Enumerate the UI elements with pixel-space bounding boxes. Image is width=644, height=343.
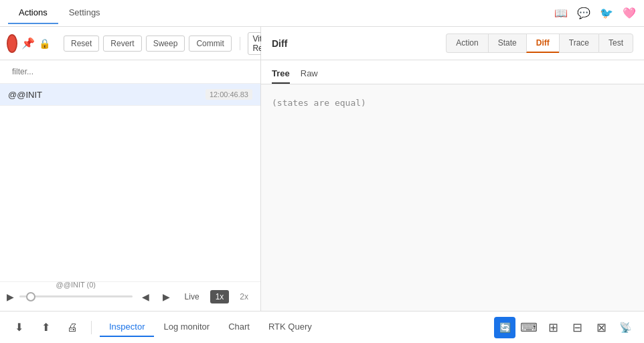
tab-settings[interactable]: Settings xyxy=(58,2,111,24)
bottom-tabs: Inspector Log monitor Chart RTK Query xyxy=(100,318,321,337)
grid-lg-icon[interactable]: ⊠ xyxy=(590,317,612,338)
heart-icon[interactable]: 🩷 xyxy=(623,7,636,19)
sweep-button[interactable]: Sweep xyxy=(146,36,185,52)
pin-button[interactable]: 📌 xyxy=(21,34,35,53)
commit-button[interactable]: Commit xyxy=(189,36,231,52)
tab-log-monitor[interactable]: Log monitor xyxy=(154,318,219,337)
grid-md-icon[interactable]: ⊟ xyxy=(566,317,588,338)
action-name: @@INIT xyxy=(8,90,42,100)
tab-state[interactable]: State xyxy=(488,33,526,53)
grid-sm-icon[interactable]: ⊞ xyxy=(542,317,564,338)
sub-tab-raw[interactable]: Raw xyxy=(301,66,318,84)
bottom-action-icons: 🔄 ⌨ ⊞ ⊟ ⊠ 📡 xyxy=(494,317,636,338)
top-nav: Actions Settings 📖 💬 🐦 🩷 xyxy=(0,0,644,27)
tab-diff[interactable]: Diff xyxy=(526,33,559,53)
speed-1x-button[interactable]: 1x xyxy=(210,290,230,303)
next-button[interactable]: ▶ xyxy=(159,290,174,303)
right-panel: Diff Action State Diff Trace Test Tree R… xyxy=(261,27,644,311)
bottom-separator xyxy=(91,321,92,334)
print-button[interactable]: 🖨 xyxy=(62,317,83,338)
action-item[interactable]: @@INIT 12:00:46.83 xyxy=(0,84,260,106)
reset-button[interactable]: Reset xyxy=(64,36,99,52)
terminal-icon[interactable]: ⌨ xyxy=(518,317,540,338)
tab-rtk-query[interactable]: RTK Query xyxy=(259,318,321,337)
top-nav-icons: 📖 💬 🐦 🩷 xyxy=(554,7,636,19)
refresh-icon[interactable]: 🔄 xyxy=(494,317,515,338)
record-button[interactable] xyxy=(7,34,17,53)
action-time: 12:00:46.83 xyxy=(206,89,252,100)
live-button[interactable]: Live xyxy=(179,290,205,303)
panel-title: Diff xyxy=(272,38,287,49)
selector-separator xyxy=(240,37,240,50)
record-icon xyxy=(8,40,16,48)
actions-list: @@INIT 12:00:46.83 xyxy=(0,84,260,281)
tab-actions[interactable]: Actions xyxy=(8,2,58,24)
playback-bar: ▶ @@INIT (0) ◀ ▶ Live 1x 2x xyxy=(0,281,260,311)
right-header: Diff Action State Diff Trace Test xyxy=(261,27,644,60)
book-icon[interactable]: 📖 xyxy=(554,7,568,19)
sub-tab-tree[interactable]: Tree xyxy=(272,66,290,84)
main-area: 📌 🔒 Reset Revert Sweep Commit Vite + Rea… xyxy=(0,27,644,311)
filter-input[interactable] xyxy=(7,64,254,79)
playback-label: @@INIT (0) xyxy=(56,281,96,289)
chat-icon[interactable]: 💬 xyxy=(577,7,590,19)
filter-bar xyxy=(0,60,260,84)
tab-test[interactable]: Test xyxy=(598,33,633,53)
tab-action[interactable]: Action xyxy=(446,33,487,53)
lock-button[interactable]: 🔒 xyxy=(39,34,50,53)
tab-inspector[interactable]: Inspector xyxy=(100,318,154,337)
right-panel-tabs: Action State Diff Trace Test xyxy=(446,33,633,53)
wifi-icon[interactable]: 📡 xyxy=(615,317,636,338)
left-panel: 📌 🔒 Reset Revert Sweep Commit Vite + Rea… xyxy=(0,27,261,311)
diff-content: (states are equal) xyxy=(272,98,366,108)
tab-chart[interactable]: Chart xyxy=(219,318,259,337)
speed-2x-button[interactable]: 2x xyxy=(234,290,254,303)
top-nav-tabs: Actions Settings xyxy=(8,2,111,24)
import-button[interactable]: ⬆ xyxy=(35,317,56,338)
export-button[interactable]: ⬇ xyxy=(8,317,29,338)
content-area: (states are equal) xyxy=(261,84,644,311)
prev-button[interactable]: ◀ xyxy=(138,290,153,303)
bottom-bar: ⬇ ⬆ 🖨 Inspector Log monitor Chart RTK Qu… xyxy=(0,311,644,343)
revert-button[interactable]: Revert xyxy=(103,36,141,52)
toolbar: 📌 🔒 Reset Revert Sweep Commit Vite + Rea… xyxy=(0,27,260,60)
playback-thumb xyxy=(26,292,35,301)
play-button[interactable]: ▶ xyxy=(7,291,14,302)
playback-slider[interactable]: @@INIT (0) xyxy=(19,295,133,297)
tab-trace[interactable]: Trace xyxy=(559,33,598,53)
sub-tabs: Tree Raw xyxy=(261,60,644,84)
twitter-icon[interactable]: 🐦 xyxy=(600,7,613,19)
